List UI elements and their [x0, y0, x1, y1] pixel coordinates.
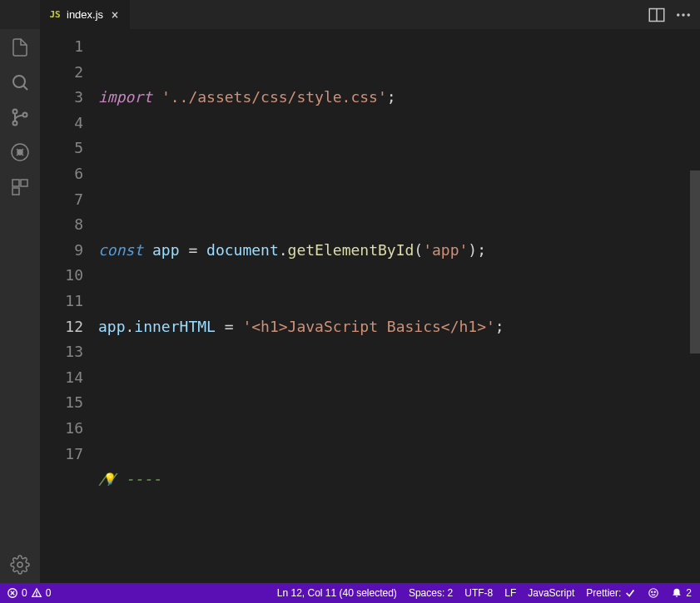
code-line: import '../assets/css/style.css';: [98, 85, 700, 111]
status-language[interactable]: JavaScript: [528, 587, 574, 599]
svg-point-22: [652, 591, 653, 592]
debug-icon[interactable]: [10, 142, 30, 162]
scrollbar-thumb[interactable]: [690, 171, 700, 353]
tab-index-js[interactable]: JS index.js ×: [40, 0, 131, 29]
status-bar: 0 0 Ln 12, Col 11 (40 selected) Spaces: …: [0, 583, 700, 603]
status-feedback-icon[interactable]: [648, 587, 659, 599]
scrollbar-track: [690, 29, 700, 583]
svg-point-8: [13, 121, 17, 126]
more-actions-icon[interactable]: [675, 7, 692, 23]
line-number: 17: [40, 442, 83, 467]
close-icon[interactable]: ×: [108, 8, 122, 22]
line-number: 11: [40, 289, 83, 314]
editor-actions: [648, 0, 700, 29]
svg-point-21: [649, 589, 658, 598]
svg-point-5: [13, 76, 25, 87]
line-number: 12: [40, 314, 83, 340]
code-line: [98, 390, 700, 416]
bell-icon: [671, 587, 683, 599]
app-root: JS index.js ×: [0, 0, 700, 603]
code-line: app.innerHTML = '<h1>JavaScript Basics</…: [98, 314, 700, 340]
svg-rect-13: [21, 180, 27, 186]
extensions-icon[interactable]: [10, 177, 30, 197]
line-number: 14: [40, 365, 83, 391]
source-control-icon[interactable]: [10, 107, 30, 127]
settings-gear-icon[interactable]: [10, 555, 30, 575]
line-number: 7: [40, 187, 83, 213]
status-notifications[interactable]: 2: [671, 587, 692, 599]
search-icon[interactable]: [10, 72, 30, 92]
svg-point-15: [17, 562, 22, 567]
code-line: [98, 543, 700, 569]
editor[interactable]: 1 2 3 4 5 6 7 8 9 10 11 12 13 14 15 16 1…: [40, 29, 700, 583]
line-number: 3: [40, 85, 83, 111]
status-errors[interactable]: 0: [7, 587, 27, 599]
lightbulb-icon[interactable]: 💡: [103, 467, 117, 492]
line-number: 8: [40, 212, 83, 238]
svg-point-23: [654, 591, 655, 592]
line-number: 16: [40, 416, 83, 442]
check-icon: [624, 587, 636, 599]
svg-point-20: [36, 595, 37, 596]
svg-point-4: [688, 13, 691, 17]
js-file-icon: JS: [48, 8, 62, 22]
svg-point-7: [13, 110, 17, 114]
tab-bar: JS index.js ×: [0, 0, 700, 29]
line-number: 6: [40, 161, 83, 187]
line-number: 4: [40, 111, 83, 136]
svg-point-11: [17, 150, 22, 155]
svg-point-9: [23, 113, 27, 117]
code-line: 💡// ----: [98, 467, 700, 492]
svg-rect-12: [12, 180, 19, 186]
line-number: 2: [40, 60, 83, 86]
line-gutter: 1 2 3 4 5 6 7 8 9 10 11 12 13 14 15 16 1…: [40, 29, 98, 583]
status-indentation[interactable]: Spaces: 2: [409, 587, 453, 599]
line-number: 5: [40, 136, 83, 161]
status-cursor-position[interactable]: Ln 12, Col 11 (40 selected): [277, 587, 397, 599]
status-prettier[interactable]: Prettier:: [586, 587, 636, 599]
line-number: 13: [40, 339, 83, 365]
code-area[interactable]: import '../assets/css/style.css'; const …: [98, 29, 700, 583]
line-number: 15: [40, 390, 83, 416]
tab-label: index.js: [67, 8, 103, 21]
svg-rect-14: [12, 188, 19, 195]
explorer-icon[interactable]: [10, 37, 30, 57]
line-number: 9: [40, 238, 83, 264]
status-warnings[interactable]: 0: [31, 587, 52, 599]
activity-bar: [0, 29, 40, 583]
status-eol[interactable]: LF: [504, 587, 516, 599]
tab-bar-spacer: [0, 0, 40, 29]
main-area: 1 2 3 4 5 6 7 8 9 10 11 12 13 14 15 16 1…: [0, 29, 700, 583]
svg-point-3: [682, 13, 685, 17]
line-number: 10: [40, 263, 83, 289]
split-editor-icon[interactable]: [648, 7, 665, 23]
svg-line-6: [23, 86, 27, 90]
code-line: [98, 161, 700, 187]
code-line: const app = document.getElementById('app…: [98, 238, 700, 264]
svg-point-2: [677, 13, 680, 17]
status-encoding[interactable]: UTF-8: [464, 587, 493, 599]
line-number: 1: [40, 34, 83, 60]
